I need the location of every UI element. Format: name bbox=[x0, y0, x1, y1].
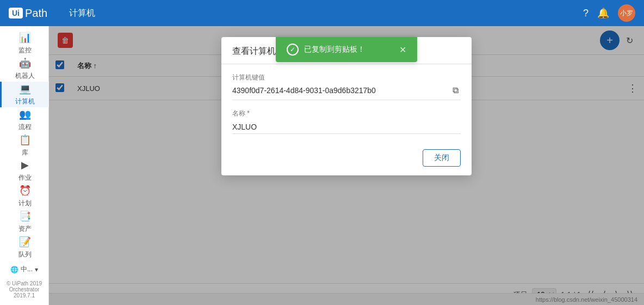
task-icon: ▶ bbox=[21, 159, 29, 171]
sidebar-label-task: 作业 bbox=[18, 173, 32, 182]
sidebar-label-robot: 机器人 bbox=[15, 71, 35, 81]
computer-icon: 💻 bbox=[19, 83, 31, 95]
sidebar-item-robot[interactable]: 🤖 机器人 bbox=[0, 56, 49, 82]
toast-notification: ✓ 已复制到剪贴板！ ✕ bbox=[276, 37, 417, 62]
sidebar-item-asset[interactable]: 📑 资产 bbox=[0, 209, 49, 235]
close-modal-button[interactable]: 关闭 bbox=[423, 149, 461, 167]
sidebar-item-flow[interactable]: 👥 流程 bbox=[0, 107, 49, 133]
sidebar-label-monitor: 监控 bbox=[18, 46, 32, 55]
page-title: 计算机 bbox=[69, 8, 95, 19]
modal-body: 计算机键值 4390f0d7-2614-4d84-9031-0a9d6b3217… bbox=[221, 64, 472, 143]
name-label: 名称 * bbox=[232, 109, 461, 118]
sidebar-item-queue[interactable]: 📝 队列 bbox=[0, 235, 49, 260]
lang-selector[interactable]: 🌐 中... ▾ bbox=[6, 260, 42, 278]
monitor-icon: 📊 bbox=[19, 32, 31, 44]
sidebar-label-flow: 流程 bbox=[18, 123, 32, 132]
name-input[interactable] bbox=[232, 120, 461, 134]
logo[interactable]: Ui Path bbox=[9, 7, 47, 20]
machine-key-row: 4390f0d7-2614-4d84-9031-0a9d6b3217b0 ⧉ bbox=[232, 84, 461, 100]
sidebar-label-asset: 资产 bbox=[18, 224, 32, 234]
sidebar-label-schedule: 计划 bbox=[18, 199, 32, 208]
robot-icon: 🤖 bbox=[19, 57, 31, 69]
layout: 📊 监控 🤖 机器人 💻 计算机 👥 流程 📋 库 ▶ 作业 ⏰ 计划 📑 bbox=[0, 26, 644, 305]
view-machine-modal: ✓ 已复制到剪贴板！ ✕ 查看计算机 XJL 计算机键值 4390f0d7-26… bbox=[221, 37, 472, 175]
sidebar-label-computer: 计算机 bbox=[15, 97, 35, 106]
sidebar-label-library: 库 bbox=[22, 148, 28, 157]
modal-overlay: ✓ 已复制到剪贴板！ ✕ 查看计算机 XJL 计算机键值 4390f0d7-26… bbox=[49, 26, 644, 305]
logo-path: Path bbox=[25, 7, 47, 20]
globe-icon: 🌐 bbox=[10, 266, 18, 273]
sidebar-item-monitor[interactable]: 📊 监控 bbox=[0, 30, 49, 56]
modal-footer: 关闭 bbox=[221, 143, 472, 175]
topnav-right: ? 🔔 小罗 bbox=[583, 4, 635, 22]
chevron-down-icon: ▾ bbox=[35, 266, 38, 273]
sidebar-item-schedule[interactable]: ⏰ 计划 bbox=[0, 184, 49, 209]
lang-label: 中... bbox=[21, 265, 33, 274]
flow-icon: 👥 bbox=[19, 108, 31, 120]
sidebar-item-task[interactable]: ▶ 作业 bbox=[0, 158, 49, 184]
logo-ui: Ui bbox=[9, 8, 23, 19]
sidebar-item-library[interactable]: 📋 库 bbox=[0, 133, 49, 158]
machine-key-value: 4390f0d7-2614-4d84-9031-0a9d6b3217b0 bbox=[232, 86, 450, 95]
library-icon: 📋 bbox=[19, 134, 31, 146]
copy-icon[interactable]: ⧉ bbox=[450, 84, 461, 96]
toast-close-button[interactable]: ✕ bbox=[399, 45, 406, 55]
toast-message: 已复制到剪贴板！ bbox=[304, 45, 365, 54]
sidebar-label-queue: 队列 bbox=[18, 250, 32, 259]
toast-check-icon: ✓ bbox=[287, 44, 299, 56]
notification-icon[interactable]: 🔔 bbox=[597, 7, 609, 19]
schedule-icon: ⏰ bbox=[19, 185, 31, 197]
avatar[interactable]: 小罗 bbox=[618, 4, 635, 22]
topnav: Ui Path 计算机 ? 🔔 小罗 bbox=[0, 0, 644, 26]
copyright-text: © UiPath 2019 Orchestrator 2019.7.1 bbox=[0, 278, 48, 301]
queue-icon: 📝 bbox=[19, 236, 31, 248]
asset-icon: 📑 bbox=[19, 210, 31, 222]
machine-key-label: 计算机键值 bbox=[232, 73, 461, 82]
main-content: 🗑 + ↻ 名称 ↑ bbox=[49, 26, 644, 305]
sidebar: 📊 监控 🤖 机器人 💻 计算机 👥 流程 📋 库 ▶ 作业 ⏰ 计划 📑 bbox=[0, 26, 49, 305]
sidebar-item-computer[interactable]: 💻 计算机 bbox=[0, 82, 49, 107]
help-icon[interactable]: ? bbox=[583, 8, 589, 19]
sidebar-bottom: 🌐 中... ▾ © UiPath 2019 Orchestrator 2019… bbox=[0, 260, 48, 305]
